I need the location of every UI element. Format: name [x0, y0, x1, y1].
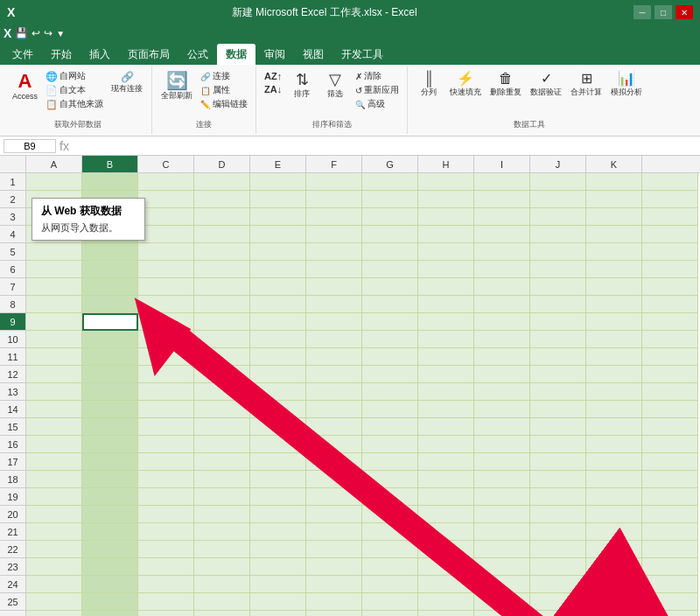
cell-H19[interactable] [418, 488, 474, 506]
row-number-10[interactable]: 10 [0, 331, 26, 348]
cell-F8[interactable] [306, 296, 362, 313]
cell-L8[interactable] [642, 296, 698, 313]
cell-F4[interactable] [306, 226, 362, 243]
row-number-4[interactable]: 4 [0, 226, 26, 243]
text-button[interactable]: 📄 自文本 [43, 84, 106, 97]
reapply-button[interactable]: ↺ 重新应用 [353, 84, 402, 97]
cell-J24[interactable] [530, 576, 586, 593]
cell-A20[interactable] [26, 506, 82, 523]
cell-G1[interactable] [362, 173, 418, 191]
sort-button[interactable]: ⇅ 排序 [286, 70, 318, 102]
cell-H26[interactable] [418, 611, 474, 616]
cell-D12[interactable] [194, 366, 250, 383]
row-number-6[interactable]: 6 [0, 261, 26, 278]
row-number-15[interactable]: 15 [0, 418, 26, 436]
cell-J11[interactable] [530, 348, 586, 366]
cell-F18[interactable] [306, 471, 362, 488]
cell-H4[interactable] [418, 226, 474, 243]
cell-K26[interactable] [586, 611, 642, 616]
col-header-F[interactable]: F [306, 156, 362, 172]
cell-F19[interactable] [306, 488, 362, 506]
cell-L3[interactable] [642, 208, 698, 226]
cell-C1[interactable] [138, 173, 194, 191]
cell-J6[interactable] [530, 261, 586, 278]
cell-C16[interactable] [138, 436, 194, 453]
cell-L17[interactable] [642, 453, 698, 471]
cell-C14[interactable] [138, 401, 194, 418]
cell-J23[interactable] [530, 558, 586, 576]
cell-L25[interactable] [642, 593, 698, 611]
cell-C5[interactable] [138, 243, 194, 261]
cell-E9[interactable] [250, 313, 306, 331]
cell-F7[interactable] [306, 278, 362, 296]
web-button[interactable]: 🌐 自网站 [43, 70, 106, 83]
cell-D18[interactable] [194, 471, 250, 488]
cell-K11[interactable] [586, 348, 642, 366]
cell-G18[interactable] [362, 471, 418, 488]
cell-D3[interactable] [194, 208, 250, 226]
cell-I7[interactable] [474, 278, 530, 296]
cell-H22[interactable] [418, 541, 474, 558]
cell-H9[interactable] [418, 313, 474, 331]
cell-F25[interactable] [306, 593, 362, 611]
cell-L11[interactable] [642, 348, 698, 366]
cell-K14[interactable] [586, 401, 642, 418]
cell-H18[interactable] [418, 471, 474, 488]
cell-A13[interactable] [26, 383, 82, 401]
cell-G12[interactable] [362, 366, 418, 383]
cell-F3[interactable] [306, 208, 362, 226]
cell-D23[interactable] [194, 558, 250, 576]
cell-I24[interactable] [474, 576, 530, 593]
row-number-7[interactable]: 7 [0, 278, 26, 296]
cell-G22[interactable] [362, 541, 418, 558]
cell-E7[interactable] [250, 278, 306, 296]
cell-H14[interactable] [418, 401, 474, 418]
whatif-button[interactable]: 📊 模拟分析 [607, 70, 646, 100]
col-header-A[interactable]: A [26, 156, 82, 172]
cell-G11[interactable] [362, 348, 418, 366]
cell-G8[interactable] [362, 296, 418, 313]
cell-E11[interactable] [250, 348, 306, 366]
advanced-button[interactable]: 🔍 高级 [353, 98, 402, 111]
cell-J26[interactable] [530, 611, 586, 616]
cell-G2[interactable] [362, 191, 418, 208]
cell-E2[interactable] [250, 191, 306, 208]
cell-D6[interactable] [194, 261, 250, 278]
cell-I25[interactable] [474, 593, 530, 611]
cell-F23[interactable] [306, 558, 362, 576]
cell-I23[interactable] [474, 558, 530, 576]
cell-G21[interactable] [362, 523, 418, 541]
cell-F16[interactable] [306, 436, 362, 453]
cell-I20[interactable] [474, 506, 530, 523]
undo-quick-button[interactable]: ↩ [32, 27, 40, 39]
cell-I14[interactable] [474, 401, 530, 418]
row-number-14[interactable]: 14 [0, 401, 26, 418]
cell-K1[interactable] [586, 173, 642, 191]
cell-H3[interactable] [418, 208, 474, 226]
cell-C11[interactable] [138, 348, 194, 366]
cell-A25[interactable] [26, 593, 82, 611]
cell-A19[interactable] [26, 488, 82, 506]
cell-E10[interactable] [250, 331, 306, 348]
cell-D1[interactable] [194, 173, 250, 191]
cell-B16[interactable] [82, 436, 138, 453]
col-header-C[interactable]: C [138, 156, 194, 172]
cell-B13[interactable] [82, 383, 138, 401]
cell-I17[interactable] [474, 453, 530, 471]
cell-C9[interactable] [138, 313, 194, 331]
cell-C21[interactable] [138, 523, 194, 541]
cell-C10[interactable] [138, 331, 194, 348]
sort-az-button[interactable]: AZ↑ [262, 70, 284, 82]
cell-J20[interactable] [530, 506, 586, 523]
cell-I9[interactable] [474, 313, 530, 331]
cell-B22[interactable] [82, 541, 138, 558]
cell-K16[interactable] [586, 436, 642, 453]
cell-B18[interactable] [82, 471, 138, 488]
cell-J3[interactable] [530, 208, 586, 226]
cell-G19[interactable] [362, 488, 418, 506]
cell-L2[interactable] [642, 191, 698, 208]
col-header-H[interactable]: H [418, 156, 474, 172]
cell-F1[interactable] [306, 173, 362, 191]
cell-L15[interactable] [642, 418, 698, 436]
cell-A10[interactable] [26, 331, 82, 348]
